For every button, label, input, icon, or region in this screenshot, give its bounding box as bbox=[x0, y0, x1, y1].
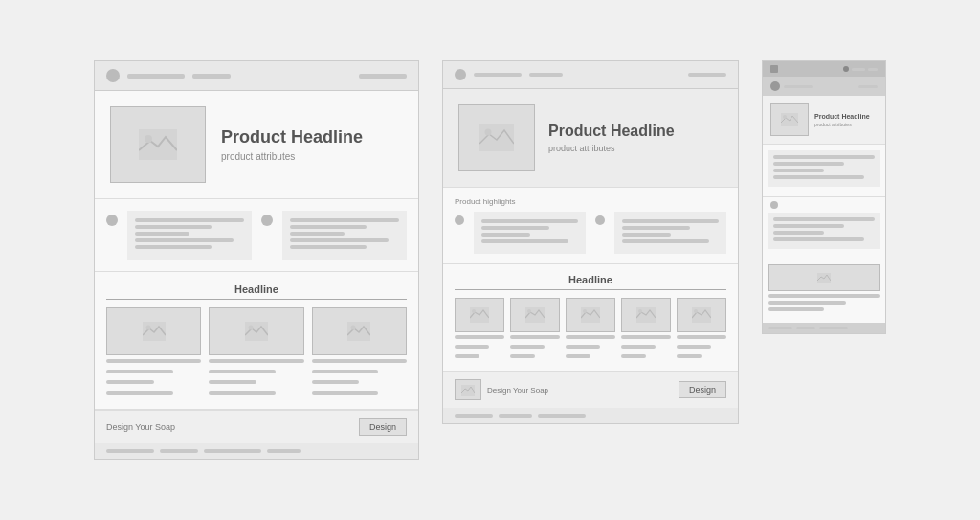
svg-point-13 bbox=[527, 309, 531, 313]
nav-bar-1 bbox=[127, 74, 185, 79]
tablet-product-4 bbox=[621, 298, 671, 361]
mobile-footer-bar-3 bbox=[819, 327, 848, 329]
mobile-separator bbox=[763, 197, 885, 213]
svg-point-11 bbox=[472, 309, 476, 313]
footer-bar-3 bbox=[204, 449, 261, 453]
desktop-cards-section bbox=[95, 199, 418, 272]
mobile-hero-image bbox=[770, 103, 809, 136]
mobile-hero-text: Product Headline product attributes bbox=[814, 113, 878, 127]
tablet-nav-logo bbox=[455, 69, 466, 80]
product-item-2 bbox=[209, 307, 303, 397]
tablet-footer bbox=[443, 408, 738, 423]
tablet-highlight-card-1 bbox=[474, 212, 586, 254]
tablet-hero-image bbox=[458, 104, 535, 171]
tablet-nav bbox=[443, 61, 738, 89]
svg-point-1 bbox=[145, 135, 152, 143]
cta-label: Design Your Soap bbox=[106, 422, 175, 432]
tablet-hero: Product Headline product attributes bbox=[443, 89, 738, 188]
mobile-product-1 bbox=[768, 264, 880, 311]
tablet-highlights: Product highlights bbox=[443, 188, 738, 264]
mobile-hero: Product Headline product attributes bbox=[763, 96, 885, 145]
mobile-menu-icon bbox=[770, 65, 778, 73]
tablet-hero-title: Product Headline bbox=[548, 123, 723, 140]
tablet-product-image-4 bbox=[621, 298, 671, 332]
tablet-product-5 bbox=[677, 298, 726, 361]
nav-bar-3 bbox=[359, 74, 407, 79]
mobile-card-2-wrapper bbox=[763, 213, 885, 259]
desktop-cta: Design Your Soap Design bbox=[95, 410, 418, 443]
mobile-card-2 bbox=[768, 213, 880, 249]
tablet-design-button[interactable]: Design bbox=[679, 381, 726, 398]
mobile-status-dot-1 bbox=[843, 66, 849, 72]
tablet-product-section: Headline bbox=[443, 264, 738, 372]
tablet-wireframe: Product Headline product attributes Prod… bbox=[442, 60, 739, 424]
tablet-hero-subtitle: product attributes bbox=[548, 144, 723, 153]
svg-point-7 bbox=[351, 326, 356, 330]
tablet-footer-bar-3 bbox=[538, 414, 586, 418]
mobile-product-section bbox=[763, 259, 885, 323]
highlight-icon-2 bbox=[595, 215, 605, 225]
mobile-sep-dot bbox=[770, 201, 778, 209]
card-icon-1 bbox=[106, 215, 118, 226]
mobile-cards bbox=[763, 145, 885, 197]
tablet-card-row bbox=[455, 212, 726, 254]
tablet-product-image-5 bbox=[677, 298, 726, 332]
desktop-nav bbox=[95, 61, 418, 91]
tablet-cta: Design Your Soap Design bbox=[443, 372, 738, 408]
product-image-1 bbox=[106, 307, 201, 355]
tablet-product-image-3 bbox=[566, 298, 615, 332]
tablet-highlight-card-2 bbox=[614, 212, 726, 254]
svg-point-22 bbox=[783, 115, 787, 119]
mobile-footer-bar-1 bbox=[768, 327, 792, 329]
tablet-cta-label: Design Your Soap bbox=[487, 386, 548, 395]
tablet-product-1 bbox=[455, 298, 504, 361]
mobile-footer bbox=[763, 323, 885, 333]
svg-point-9 bbox=[485, 129, 492, 136]
desktop-wireframe: Product Headline product attributes bbox=[94, 60, 419, 460]
desktop-footer bbox=[95, 443, 418, 459]
tablet-footer-bar-2 bbox=[499, 414, 532, 418]
desktop-product-section: Headline bbox=[95, 272, 418, 410]
tablet-product-3 bbox=[566, 298, 615, 361]
tablet-cta-image bbox=[455, 379, 481, 400]
card-icon-2 bbox=[261, 215, 273, 226]
design-button[interactable]: Design bbox=[359, 418, 407, 436]
mobile-hero-title: Product Headline bbox=[814, 113, 878, 120]
svg-point-5 bbox=[248, 326, 253, 330]
mobile-hero-subtitle: product attributes bbox=[814, 122, 878, 127]
desktop-hero-subtitle: product attributes bbox=[221, 151, 403, 162]
nav-bar-2 bbox=[192, 74, 231, 79]
svg-point-3 bbox=[145, 326, 150, 330]
mobile-footer-bar-2 bbox=[796, 327, 815, 329]
highlight-icon-1 bbox=[455, 215, 464, 225]
mobile-product-image-1 bbox=[768, 264, 880, 291]
tablet-section-headline: Headline bbox=[455, 274, 726, 290]
tablet-nav-bar-3 bbox=[688, 73, 726, 77]
tablet-footer-bar-1 bbox=[455, 414, 493, 418]
tablet-nav-bar-1 bbox=[474, 73, 522, 77]
tablet-product-image-2 bbox=[510, 298, 560, 332]
product-image-2 bbox=[209, 307, 303, 355]
mobile-wireframe: Product Headline product attributes bbox=[762, 60, 886, 334]
footer-bar-4 bbox=[267, 449, 301, 453]
footer-bar-1 bbox=[106, 449, 154, 453]
product-item-1 bbox=[106, 307, 201, 397]
desktop-hero-title: Product Headline bbox=[221, 127, 403, 147]
svg-point-15 bbox=[583, 309, 587, 313]
tablet-product-2 bbox=[510, 298, 560, 361]
mobile-status-bar-2 bbox=[868, 68, 878, 71]
svg-point-17 bbox=[638, 309, 642, 313]
mobile-status-bar bbox=[763, 61, 885, 77]
desktop-product-grid bbox=[106, 307, 407, 397]
desktop-hero: Product Headline product attributes bbox=[95, 91, 418, 199]
tablet-product-grid bbox=[455, 298, 726, 361]
mobile-nav-bar-2 bbox=[858, 85, 878, 88]
highlights-label: Product highlights bbox=[455, 197, 726, 206]
svg-point-19 bbox=[694, 309, 698, 313]
product-image-3 bbox=[312, 307, 407, 355]
desktop-card-1 bbox=[127, 211, 252, 260]
desktop-hero-image bbox=[110, 106, 206, 183]
tablet-nav-bar-2 bbox=[529, 73, 563, 77]
desktop-card-2 bbox=[282, 211, 407, 260]
nav-logo bbox=[106, 69, 120, 82]
